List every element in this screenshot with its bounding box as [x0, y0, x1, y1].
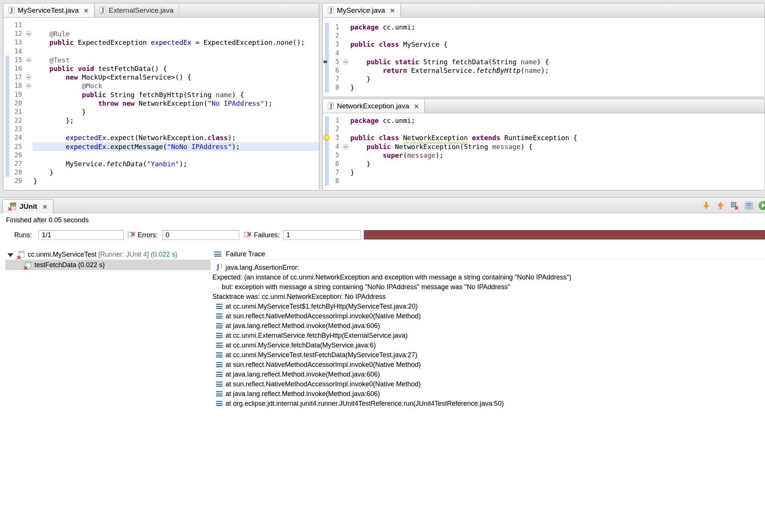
- code-line[interactable]: 1package cc.unmi;: [323, 23, 765, 31]
- code-text[interactable]: [350, 49, 765, 58]
- code-text[interactable]: package cc.unmi;: [350, 23, 765, 31]
- code-text[interactable]: [33, 151, 319, 160]
- code-text[interactable]: new MockUp<ExternalService>() {: [33, 73, 319, 81]
- trace-line[interactable]: at org.eclipse.jdt.internal.junit4.runne…: [211, 399, 765, 408]
- code-line[interactable]: 11: [3, 21, 319, 30]
- junit-tab-close-icon[interactable]: ×: [42, 202, 48, 210]
- trace-line[interactable]: at java.lang.reflect.Method.invoke(Metho…: [211, 389, 765, 399]
- code-line[interactable]: 12 @Rule: [3, 30, 319, 38]
- code-line[interactable]: 3public class MyService {: [323, 40, 765, 49]
- code-text[interactable]: [350, 177, 765, 185]
- code-line[interactable]: 15 @Test: [3, 56, 319, 64]
- code-line[interactable]: 25 expectedEx.expectMessage("NoNo IPAddr…: [3, 142, 319, 151]
- code-text[interactable]: }: [350, 75, 765, 83]
- fold-collapse-icon[interactable]: [343, 144, 348, 149]
- code-line[interactable]: 28 }: [3, 168, 319, 177]
- warning-icon[interactable]: [323, 134, 329, 140]
- code-line[interactable]: 29}: [3, 177, 319, 185]
- fold-collapse-icon[interactable]: [26, 31, 31, 36]
- code-line[interactable]: 5 super(message);: [323, 151, 765, 160]
- tab-close-icon[interactable]: ×: [390, 6, 395, 14]
- tab-close-icon[interactable]: ×: [414, 102, 419, 110]
- code-line[interactable]: 2: [323, 31, 765, 40]
- code-line[interactable]: 20 throw new NetworkException("No IPAddr…: [3, 99, 319, 108]
- trace-line[interactable]: Stacktrace was: cc.unmi.NetworkException…: [211, 292, 765, 301]
- code-text[interactable]: @Rule: [33, 30, 319, 38]
- code-line[interactable]: 13 public ExpectedException expectedEx =…: [3, 38, 319, 47]
- code-text[interactable]: };: [33, 116, 319, 125]
- failures-only-button[interactable]: [730, 201, 740, 210]
- code-text[interactable]: public void testFetchData() {: [33, 64, 319, 73]
- code-line[interactable]: 8: [323, 177, 765, 185]
- code-line[interactable]: 16 public void testFetchData() {: [3, 64, 319, 73]
- editor-tab[interactable]: NetworkException.java×: [323, 99, 425, 113]
- trace-line[interactable]: at sun.reflect.NativeMethodAccessorImpl.…: [211, 311, 765, 321]
- code-line[interactable]: 21 }: [3, 108, 319, 116]
- code-text[interactable]: }: [33, 108, 319, 116]
- code-line[interactable]: 8}: [323, 83, 765, 92]
- code-text[interactable]: }: [33, 177, 319, 185]
- code-text[interactable]: expectedEx.expectMessage("NoNo IPAddress…: [33, 142, 319, 151]
- code-text[interactable]: return ExternalService.fetchByHttp(name)…: [350, 66, 765, 75]
- trace-line[interactable]: at cc.unmi.MyService.fetchData(MyService…: [211, 340, 765, 350]
- code-line[interactable]: 7 }: [323, 75, 765, 83]
- editor-myservice[interactable]: 1package cc.unmi;23public class MyServic…: [323, 18, 765, 97]
- code-text[interactable]: public static String fetchData(String na…: [350, 58, 765, 66]
- code-line[interactable]: 22 };: [3, 116, 319, 125]
- code-line[interactable]: 4 public NetworkException(String message…: [323, 142, 765, 151]
- code-line[interactable]: 4: [323, 49, 765, 58]
- trace-line[interactable]: at sun.reflect.NativeMethodAccessorImpl.…: [211, 360, 765, 369]
- code-line[interactable]: 27 MyService.fetchData("Yanbin");: [3, 160, 319, 168]
- code-text[interactable]: public NetworkException(String message) …: [350, 142, 765, 151]
- code-line[interactable]: 26: [3, 151, 319, 160]
- trace-line[interactable]: at java.lang.reflect.Method.invoke(Metho…: [211, 369, 765, 379]
- code-line[interactable]: 18 @Mock: [3, 81, 319, 90]
- fold-collapse-icon[interactable]: [26, 58, 31, 62]
- code-text[interactable]: [350, 31, 765, 40]
- code-text[interactable]: public class NetworkException extends Ru…: [350, 133, 765, 142]
- test-tree-item[interactable]: cc.unmi.MyServiceTest [Runner: JUnit 4] …: [5, 249, 211, 260]
- fold-collapse-icon[interactable]: [26, 75, 31, 80]
- code-line[interactable]: 23: [3, 125, 319, 133]
- code-line[interactable]: 6 return ExternalService.fetchByHttp(nam…: [323, 66, 765, 75]
- prev-failure-button[interactable]: [716, 201, 725, 210]
- code-line[interactable]: 17 new MockUp<ExternalService>() {: [3, 73, 319, 81]
- editor-networkexception[interactable]: 1package cc.unmi;23public class NetworkE…: [323, 113, 765, 190]
- code-text[interactable]: @Mock: [33, 81, 319, 90]
- code-line[interactable]: 19 public String fetchByHttp(String name…: [3, 90, 319, 99]
- fold-collapse-icon[interactable]: [343, 59, 348, 64]
- code-line[interactable]: 14: [3, 47, 319, 56]
- code-text[interactable]: public String fetchByHttp(String name) {: [33, 90, 319, 99]
- code-text[interactable]: package cc.unmi;: [350, 116, 765, 125]
- next-failure-button[interactable]: [701, 201, 711, 210]
- code-text[interactable]: }: [350, 160, 765, 168]
- editor-tab[interactable]: MyService.java×: [323, 3, 401, 17]
- code-text[interactable]: public class MyService {: [350, 40, 765, 49]
- trace-line[interactable]: at sun.reflect.NativeMethodAccessorImpl.…: [211, 379, 765, 389]
- trace-line[interactable]: at cc.unmi.MyServiceTest.testFetchData(M…: [211, 350, 765, 360]
- editor-tab[interactable]: ExternalService.java: [95, 3, 179, 17]
- history-button[interactable]: [744, 201, 754, 210]
- fold-collapse-icon[interactable]: [26, 83, 31, 88]
- code-text[interactable]: public ExpectedException expectedEx = Ex…: [33, 38, 319, 47]
- trace-line[interactable]: at cc.unmi.MyServiceTest$1.fetchByHttp(M…: [211, 301, 765, 311]
- trace-line[interactable]: java.lang.AssertionError:: [211, 263, 765, 272]
- code-text[interactable]: [33, 47, 319, 56]
- code-text[interactable]: }: [350, 168, 765, 177]
- trace-line[interactable]: at java.lang.reflect.Method.invoke(Metho…: [211, 321, 765, 331]
- editor-myservicetest[interactable]: 1112 @Rule13 public ExpectedException ex…: [3, 18, 319, 190]
- code-text[interactable]: }: [33, 168, 319, 177]
- rerun-button[interactable]: [758, 201, 765, 210]
- test-tree-item[interactable]: testFetchData (0.022 s): [5, 260, 211, 270]
- trace-line[interactable]: Expected: (an instance of cc.unmi.Networ…: [211, 272, 765, 282]
- trace-line[interactable]: at cc.unmi.ExternalService.fetchByHttp(E…: [211, 331, 765, 340]
- code-text[interactable]: super(message);: [350, 151, 765, 160]
- code-line[interactable]: 6 }: [323, 160, 765, 168]
- code-text[interactable]: @Test: [33, 56, 319, 64]
- editor-tab[interactable]: MyServiceTest.java×: [3, 3, 95, 17]
- code-line[interactable]: 7}: [323, 168, 765, 177]
- code-line[interactable]: 3public class NetworkException extends R…: [323, 133, 765, 142]
- tab-close-icon[interactable]: ×: [83, 6, 89, 14]
- expand-arrow-icon[interactable]: [7, 253, 13, 257]
- code-line[interactable]: 2: [323, 125, 765, 133]
